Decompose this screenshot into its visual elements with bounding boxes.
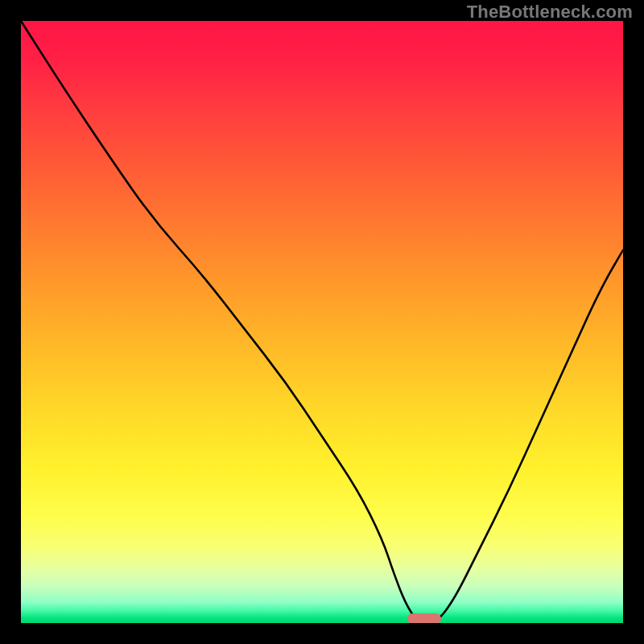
bottleneck-curve [21, 21, 623, 623]
chart-frame: TheBottleneck.com [0, 0, 644, 644]
plot-area [21, 21, 623, 623]
watermark-text: TheBottleneck.com [467, 2, 633, 23]
optimum-marker [407, 613, 441, 623]
